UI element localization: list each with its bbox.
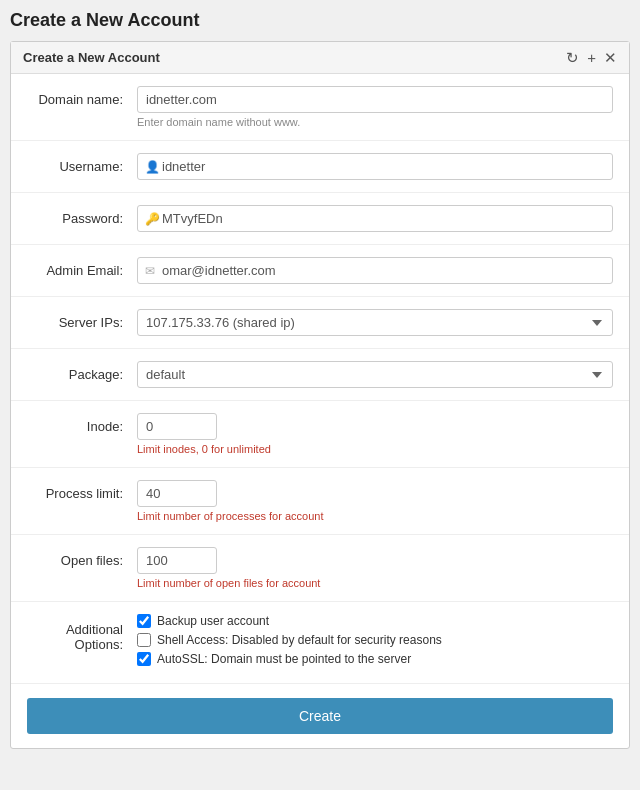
panel: Create a New Account ↻ + ✕ Domain name: … [10,41,630,749]
inode-input[interactable] [137,413,217,440]
additional-options-row: Additional Options: Backup user account … [11,602,629,684]
domain-field: Enter domain name without www. [137,86,613,128]
package-field: default [137,361,613,388]
email-field: ✉ [137,257,613,284]
inode-row: Inode: Limit inodes, 0 for unlimited [11,401,629,468]
open-files-field: Limit number of open files for account [137,547,613,589]
inode-field: Limit inodes, 0 for unlimited [137,413,613,455]
password-label: Password: [27,205,137,226]
open-files-hint: Limit number of open files for account [137,577,613,589]
package-row: Package: default [11,349,629,401]
additional-options-field: Backup user account Shell Access: Disabl… [137,614,613,671]
page-title: Create a New Account [10,10,630,31]
shell-access-checkbox-row: Shell Access: Disabled by default for se… [137,633,613,647]
username-label: Username: [27,153,137,174]
domain-row: Domain name: Enter domain name without w… [11,74,629,141]
backup-checkbox-label: Backup user account [157,614,269,628]
package-select[interactable]: default [137,361,613,388]
autossl-checkbox-row: AutoSSL: Domain must be pointed to the s… [137,652,613,666]
password-input[interactable] [137,205,613,232]
backup-checkbox-row: Backup user account [137,614,613,628]
username-row: Username: 👤 [11,141,629,193]
username-input[interactable] [137,153,613,180]
create-button[interactable]: Create [27,698,613,734]
inode-hint: Limit inodes, 0 for unlimited [137,443,613,455]
panel-header-title: Create a New Account [23,50,160,65]
domain-hint: Enter domain name without www. [137,116,613,128]
server-ips-label: Server IPs: [27,309,137,330]
process-limit-row: Process limit: Limit number of processes… [11,468,629,535]
username-input-wrapper: 👤 [137,153,613,180]
panel-header: Create a New Account ↻ + ✕ [11,42,629,74]
server-ips-row: Server IPs: 107.175.33.76 (shared ip) [11,297,629,349]
panel-body: Domain name: Enter domain name without w… [11,74,629,734]
close-icon[interactable]: ✕ [604,50,617,65]
domain-input[interactable] [137,86,613,113]
password-input-wrapper: 🔑 [137,205,613,232]
additional-options-label: Additional Options: [27,614,137,652]
autossl-checkbox[interactable] [137,652,151,666]
inode-label: Inode: [27,413,137,434]
password-field: 🔑 [137,205,613,232]
server-ips-select[interactable]: 107.175.33.76 (shared ip) [137,309,613,336]
panel-header-icons: ↻ + ✕ [566,50,617,65]
password-row: Password: 🔑 [11,193,629,245]
add-icon[interactable]: + [587,50,596,65]
shell-access-checkbox[interactable] [137,633,151,647]
envelope-icon: ✉ [145,264,155,278]
backup-checkbox[interactable] [137,614,151,628]
email-label: Admin Email: [27,257,137,278]
autossl-checkbox-label: AutoSSL: Domain must be pointed to the s… [157,652,411,666]
package-label: Package: [27,361,137,382]
username-field: 👤 [137,153,613,180]
user-icon: 👤 [145,160,160,174]
open-files-label: Open files: [27,547,137,568]
email-row: Admin Email: ✉ [11,245,629,297]
process-limit-label: Process limit: [27,480,137,501]
server-ips-field: 107.175.33.76 (shared ip) [137,309,613,336]
process-limit-input[interactable] [137,480,217,507]
open-files-row: Open files: Limit number of open files f… [11,535,629,602]
open-files-input[interactable] [137,547,217,574]
shell-access-checkbox-label: Shell Access: Disabled by default for se… [157,633,442,647]
email-input-wrapper: ✉ [137,257,613,284]
process-limit-hint: Limit number of processes for account [137,510,613,522]
process-limit-field: Limit number of processes for account [137,480,613,522]
email-input[interactable] [137,257,613,284]
domain-label: Domain name: [27,86,137,107]
key-icon: 🔑 [145,212,160,226]
refresh-icon[interactable]: ↻ [566,50,579,65]
